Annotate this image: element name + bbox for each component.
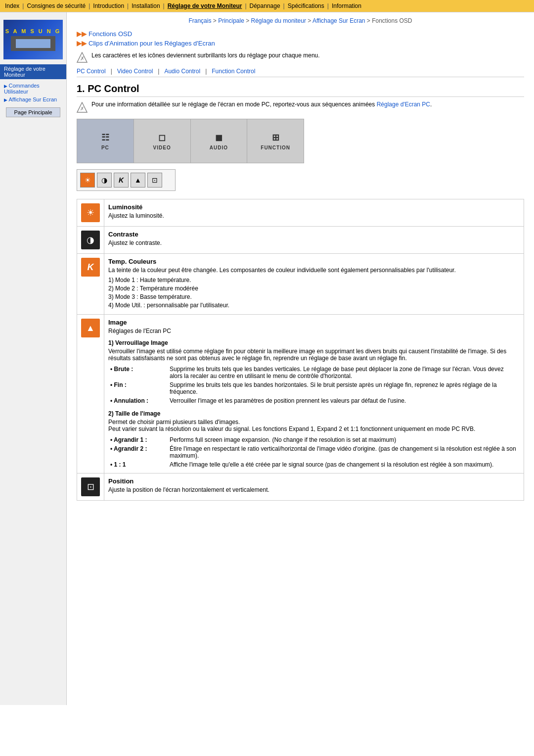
breadcrumb-sep-0: > (213, 17, 218, 24)
annulation-text: Verrouiller l'image et les paramètres de… (168, 396, 520, 405)
video-tab-icon: ◻ (158, 132, 166, 143)
nav-sep-6: | (327, 2, 329, 9)
agrandir2-text: Étire l'image en respectant le ratio ver… (168, 444, 520, 460)
annulation-label: • Annulation : (108, 396, 168, 405)
image-icon-cell: ▲ (77, 315, 104, 473)
11-text: Affiche l'image telle qu'elle a été créé… (168, 460, 520, 469)
temp-mode-4: 4) Mode Util. : personnalisable par l'ut… (108, 302, 520, 309)
verrouillage-intro: Verrouiller l'image est utilisé comme ré… (108, 348, 520, 362)
pc-control-intro-text: Pour une information détaillée sur le ré… (91, 101, 432, 108)
luminosite-icon: ☀ (81, 203, 100, 222)
image-icon: ▲ (81, 319, 100, 337)
feature-row-contraste: ◑ Contraste Ajustez le contraste. (77, 227, 524, 254)
sidebar: S A M S U N G Réglage de votre Moniteur … (0, 12, 67, 705)
fin-text: Supprime les bruits tels que les bandes … (168, 380, 520, 396)
nav-depannage[interactable]: Dépannage (250, 2, 280, 9)
section-links: ▶▶ Fonctions OSD ▶▶ Clips d'Animation po… (77, 30, 524, 47)
nav-sep-0: | (22, 2, 24, 9)
feature-table: ☀ Luminosité Ajustez la luminosité. ◑ Co… (77, 199, 524, 501)
nav-sep-3: | (163, 2, 165, 9)
fin-label: • Fin : (108, 380, 168, 396)
brute-label: • Brute : (108, 365, 168, 380)
osd-tab-function: ⊞ FUNCTION (247, 119, 304, 163)
luminosite-title: Luminosité (108, 203, 520, 211)
taille-heading: 2) Taille de l'image (108, 410, 520, 417)
breadcrumb-item-4: Fonctions OSD (372, 17, 412, 24)
image-desc: Réglages de l'Ecran PC (108, 328, 520, 334)
sidebar-link-commandes[interactable]: Commandes Utilisateur (0, 82, 66, 95)
nav-reglage[interactable]: Réglage de votre Moniteur (168, 2, 242, 9)
osd-functions-link[interactable]: Fonctions OSD (89, 30, 132, 38)
temp-mode-3: 3) Mode 3 : Basse température. (108, 293, 520, 300)
tab-function-control[interactable]: Function Control (212, 68, 255, 75)
contraste-icon-cell: ◑ (77, 227, 104, 254)
verrouillage-row-annulation: • Annulation : Verrouiller l'image et le… (108, 396, 520, 405)
nav-security[interactable]: Consignes de sécurité (27, 2, 86, 9)
audio-tab-label: AUDIO (210, 145, 228, 150)
nav-installation[interactable]: Installation (132, 2, 160, 9)
sidebar-link-affichage[interactable]: Affichage Sur Ecran (0, 95, 66, 103)
breadcrumb: Français > Principale > Réglage du monit… (77, 17, 524, 24)
taille-row-11: • 1 : 1 Affiche l'image telle qu'elle a … (108, 460, 520, 469)
agrandir1-text: Performs full screen image expansion. (N… (168, 435, 520, 444)
function-tab-icon: ⊞ (272, 132, 279, 143)
feature-row-position: ⊡ Position Ajuste la position de l'écran… (77, 473, 524, 501)
brand-name: S A M S U N G (5, 28, 61, 34)
osd-tab-audio: ◼ AUDIO (191, 119, 248, 163)
position-content: Position Ajuste la position de l'écran h… (104, 473, 524, 501)
verrouillage-row-brute: • Brute : Supprime les bruits tels que l… (108, 365, 520, 380)
luminosite-content: Luminosité Ajustez la luminosité. (104, 199, 524, 227)
luminosite-icon-cell: ☀ (77, 199, 104, 227)
contraste-content: Contraste Ajustez le contraste. (104, 227, 524, 254)
sidebar-logo: S A M S U N G (3, 20, 63, 59)
tab-pc-control[interactable]: PC Control (77, 68, 106, 75)
nav-information[interactable]: Information (332, 2, 361, 9)
contraste-icon: ◑ (81, 231, 100, 249)
verrouillage-heading-text: 1) Verrouillage Image (108, 339, 168, 346)
breadcrumb-item-1[interactable]: Principale (218, 17, 244, 24)
pc-tab-icon: ☷ (101, 132, 109, 143)
feature-row-luminosite: ☀ Luminosité Ajustez la luminosité. (77, 199, 524, 227)
nav-specs[interactable]: Spécifications (288, 2, 324, 9)
taille-row-agrandir1: • Agrandir 1 : Performs full screen imag… (108, 435, 520, 444)
temp-mode-2: 2) Mode 2 : Température modérée (108, 285, 520, 292)
nav-index[interactable]: Index (5, 2, 19, 9)
verrouillage-heading: 1) Verrouillage Image (108, 339, 520, 346)
temp-couleurs-icon: K (81, 258, 100, 277)
temp-couleurs-modes: 1) Mode 1 : Haute température. 2) Mode 2… (108, 277, 520, 309)
sub-icon-contrast: ◑ (97, 173, 112, 188)
feature-row-image: ▲ Image Réglages de l'Ecran PC 1) Verrou… (77, 315, 524, 473)
breadcrumb-item-0[interactable]: Français (188, 17, 211, 24)
taille-heading-text: 2) Taille de l'image (108, 410, 160, 417)
info-text: Les caractères et les icônes deviennent … (91, 52, 320, 59)
brute-text: Supprime les bruits tels que les bandes … (168, 365, 520, 380)
main-content: Français > Principale > Réglage du monit… (67, 12, 534, 705)
audio-tab-icon: ◼ (215, 132, 222, 143)
osd-sub-icons: ☀ ◑ K ▲ ⊡ (77, 169, 176, 191)
arrow-icon-1: ▶▶ (77, 40, 87, 47)
nav-sep-5: | (283, 2, 285, 9)
taille-intro: Permet de choisir parmi plusieurs taille… (108, 419, 520, 432)
temp-couleurs-title: Temp. Couleurs (108, 258, 520, 265)
svg-text:✗: ✗ (80, 55, 85, 61)
info-icon: ✗ (77, 52, 88, 63)
contraste-title: Contraste (108, 231, 520, 238)
nav-introduction[interactable]: Introduction (93, 2, 124, 9)
info-box: ✗ Les caractères et les icônes deviennen… (77, 52, 524, 63)
pc-control-info: ✗ Pour une information détaillée sur le … (77, 101, 524, 113)
video-tab-label: VIDEO (153, 145, 171, 150)
tab-audio-control[interactable]: Audio Control (164, 68, 200, 75)
verrouillage-row-fin: • Fin : Supprime les bruits tels que les… (108, 380, 520, 396)
pc-tab-label: PC (101, 145, 109, 150)
arrow-icon-0: ▶▶ (77, 30, 87, 38)
page-principale-button[interactable]: Page Principale (6, 107, 60, 117)
reglage-ecran-pc-link[interactable]: Réglage d'Ecran PC (377, 101, 430, 108)
breadcrumb-item-3[interactable]: Affichage Sur Ecran (312, 17, 365, 24)
osd-tabs: ☷ PC ◻ VIDEO ◼ AUDIO ⊞ FUNCTION (77, 119, 304, 163)
temp-couleurs-icon-cell: K (77, 254, 104, 315)
feature-row-temp-couleurs: K Temp. Couleurs La teinte de la couleur… (77, 254, 524, 315)
breadcrumb-item-2[interactable]: Réglage du moniteur (251, 17, 306, 24)
tab-video-control[interactable]: Video Control (117, 68, 153, 75)
top-navigation: Index | Consignes de sécurité | Introduc… (0, 0, 534, 12)
clips-animation-link[interactable]: Clips d'Animation pour les Réglages d'Ec… (89, 40, 215, 47)
